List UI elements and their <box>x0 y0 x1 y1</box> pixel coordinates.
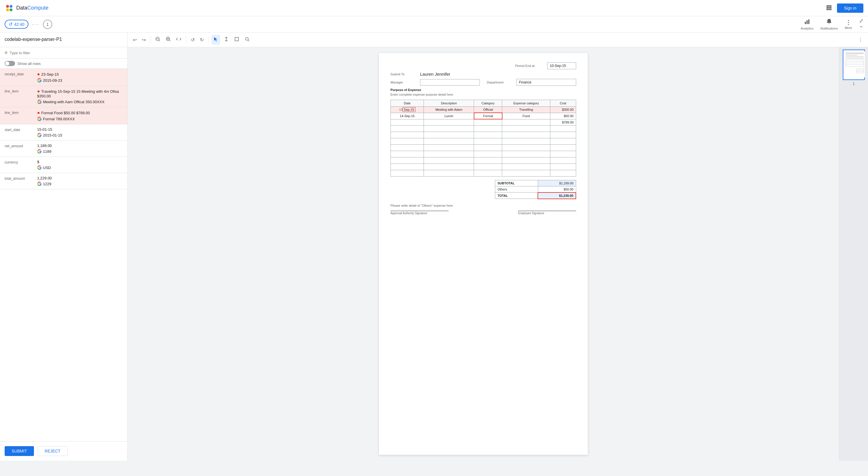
field-values: ● 23-Sep-15 2015-09-23 <box>37 72 123 82</box>
rotate-ccw-button[interactable]: ↺ <box>189 35 196 44</box>
svg-rect-15 <box>808 20 809 24</box>
expense-empty-cell <box>550 138 576 144</box>
manager-label: Manager <box>391 80 416 84</box>
doc-area: Period End at 10-Sep-15 Submit To Lauren… <box>128 47 868 461</box>
code-view-button[interactable] <box>174 35 183 45</box>
svg-rect-10 <box>827 9 828 10</box>
cursor-tool-button[interactable] <box>212 35 220 45</box>
svg-marker-23 <box>214 37 217 41</box>
summary-area: SUBTOTAL $1,189.00 Others $50.00 TOTAL $… <box>391 180 576 199</box>
step-timer-badge[interactable]: ↺ 42:40 <box>5 20 28 29</box>
notifications-action[interactable]: Notifications <box>820 18 838 30</box>
field-row: total_amount1,229.00 1229 <box>0 173 127 189</box>
collapse-icon: ⌄ <box>859 25 863 31</box>
expense-row: $789.00 <box>391 119 576 125</box>
grid-icon <box>826 5 832 10</box>
svg-rect-32 <box>846 58 864 59</box>
manager-value <box>420 79 480 86</box>
submit-button[interactable]: SUBMIT <box>5 446 34 456</box>
expense-cell: $50.00 <box>550 113 576 119</box>
field-parsed-value: Meeting with Aam Offical 350.00XXX <box>37 99 123 104</box>
left-panel: ≡ Show all rows receipt_date● 23-Sep-15 … <box>0 47 128 461</box>
expense-table-head: Date Description Category Expense catego… <box>391 100 576 107</box>
filter-bar: ≡ <box>0 47 127 59</box>
svg-point-3 <box>9 8 12 11</box>
expense-empty-cell <box>424 132 474 138</box>
field-parsed-value: Formal 789.00XXX <box>37 116 123 121</box>
svg-rect-7 <box>827 7 828 8</box>
toolbar: ↩ ↪ ↺ ↻ ⋮ <box>128 32 868 47</box>
resize-tool-button[interactable] <box>222 35 230 45</box>
analytics-action[interactable]: Analytics <box>801 18 813 30</box>
google-logo <box>37 99 42 104</box>
expense-row: 14-Sep-15LunchFormalFood$50.00 <box>391 113 576 119</box>
field-name-label: net_amount <box>5 143 34 154</box>
col-category: Category <box>474 100 502 107</box>
submit-to-label: Submit To <box>391 72 416 76</box>
dept-value: Finance <box>517 79 576 86</box>
subtotal-value: $1,189.00 <box>538 180 576 186</box>
undo-button[interactable]: ↩ <box>131 35 138 44</box>
page-title: codelab-expense-parser-P1 <box>5 37 62 42</box>
field-name-label: total_amount <box>5 176 34 186</box>
show-all-toggle[interactable] <box>5 61 15 66</box>
zoom-in-button[interactable] <box>164 35 173 45</box>
expand-collapse-area[interactable]: ⤢ ⌄ <box>859 18 863 31</box>
expense-empty-cell <box>474 138 502 144</box>
step-number-badge[interactable]: 1 <box>43 20 52 29</box>
approval-signature: Approval Authority Signature <box>391 211 448 215</box>
toolbar-more-button[interactable]: ⋮ <box>857 35 865 44</box>
search-doc-button[interactable] <box>243 35 251 45</box>
expand-icon: ⤢ <box>859 18 863 24</box>
expense-empty-cell <box>550 151 576 157</box>
page-thumbnail[interactable] <box>843 49 865 80</box>
expense-empty-row <box>391 144 576 151</box>
expense-empty-row <box>391 132 576 138</box>
svg-line-27 <box>248 40 249 41</box>
expense-empty-row <box>391 138 576 144</box>
svg-rect-6 <box>830 5 832 7</box>
expense-empty-row <box>391 170 576 176</box>
reject-button[interactable]: REJECT <box>37 446 68 456</box>
header-actions: Analytics Notifications ⋮ More ⤢ ⌄ <box>801 18 863 31</box>
expense-empty-cell <box>474 151 502 157</box>
field-values: 15-01-15 2015-01-15 <box>37 127 123 137</box>
field-row: line_item● Traveling 15-Sep-15 15 Meetin… <box>0 86 127 107</box>
subtotal-label: SUBTOTAL <box>495 180 538 186</box>
expense-empty-cell <box>550 132 576 138</box>
expense-empty-cell <box>391 132 424 138</box>
rotate-cw-button[interactable]: ↻ <box>198 35 206 44</box>
expense-cell: Meeting with Adam <box>424 107 474 113</box>
thumbnail-page-number: 1 <box>852 82 855 86</box>
expense-table-body: 13Sep-15Meeting with AdamOfficialTravell… <box>391 107 576 176</box>
svg-point-2 <box>6 8 9 11</box>
notifications-label: Notifications <box>820 27 838 30</box>
zoom-out-button[interactable] <box>153 35 162 45</box>
expense-cell: Food <box>502 113 550 119</box>
google-logo <box>37 116 42 121</box>
crop-tool-button[interactable] <box>232 35 241 45</box>
redo-button[interactable]: ↪ <box>140 35 147 44</box>
purpose-hint: Enter complete expense purpose detail he… <box>391 93 576 96</box>
field-row: line_item● Formal Food $50.00 $789.00 Fo… <box>0 107 127 124</box>
expense-empty-cell <box>391 138 424 144</box>
grid-menu-button[interactable] <box>824 3 834 13</box>
field-row: net_amount1,189.00 1189 <box>0 141 127 157</box>
sign-in-button[interactable]: Sign in <box>837 3 863 13</box>
dept-label: Department <box>487 80 513 84</box>
col-cost: Cost <box>550 100 576 107</box>
expense-empty-cell <box>550 125 576 132</box>
more-action[interactable]: ⋮ More <box>845 19 852 30</box>
refresh-icon: ↺ <box>9 22 12 27</box>
others-detail-label: Please write detail of "Others" expense … <box>391 204 576 207</box>
svg-rect-29 <box>846 53 864 54</box>
expense-empty-cell <box>391 144 424 151</box>
google-logo <box>37 133 42 137</box>
col-description: Description <box>424 100 474 107</box>
field-name-label: line_item <box>5 110 34 121</box>
timer-value: 42:40 <box>14 22 24 27</box>
toolbar-sep-2 <box>186 36 186 43</box>
expense-empty-cell <box>550 157 576 164</box>
doc-viewer[interactable]: Period End at 10-Sep-15 Submit To Lauren… <box>128 47 839 461</box>
filter-input[interactable] <box>9 51 123 55</box>
